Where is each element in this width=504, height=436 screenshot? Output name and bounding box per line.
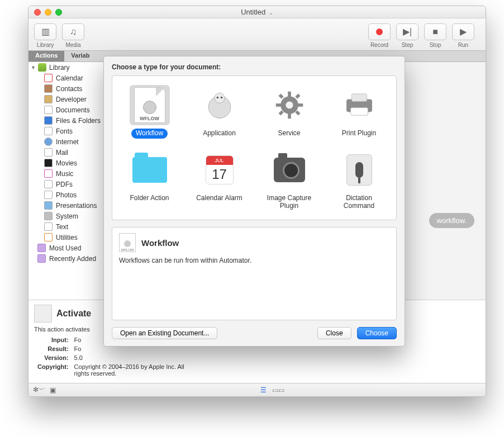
- fonts-icon: [44, 127, 53, 135]
- sidebar-icon: ▥: [41, 26, 50, 37]
- smartfolder-icon: [37, 254, 46, 263]
- sidebar-item-label: Text: [56, 223, 68, 231]
- workflow-mini-icon: WFLOW: [119, 233, 136, 252]
- movies-icon: [44, 159, 53, 167]
- run-icon: ▶: [460, 26, 467, 37]
- sidebar-item-label: Music: [56, 170, 73, 178]
- svg-point-1: [215, 93, 225, 103]
- gear-menu-icon[interactable]: ✻﹀: [33, 385, 45, 395]
- svg-rect-8: [297, 103, 302, 107]
- camera-icon: [274, 158, 305, 182]
- tab-actions[interactable]: Actions: [28, 51, 64, 61]
- tab-variables[interactable]: Variab: [64, 51, 96, 61]
- type-calendar-alarm[interactable]: JUL 17 Calendar Alarm: [184, 145, 254, 218]
- new-document-sheet: Choose a type for your document: WFLOW W…: [103, 56, 405, 347]
- record-icon: [376, 29, 383, 35]
- svg-rect-10: [295, 110, 300, 115]
- type-application[interactable]: Application: [184, 80, 254, 145]
- sidebar-item-label: Mail: [56, 149, 68, 157]
- sidebar-item-label: PDFs: [56, 181, 73, 188]
- stop-button[interactable]: ■ Stop: [424, 23, 446, 48]
- close-button[interactable]: Close: [317, 327, 351, 339]
- type-print-plugin[interactable]: Print Plugin: [324, 80, 394, 145]
- log-view-list-icon[interactable]: ☰: [259, 386, 269, 394]
- type-label: Dictation Command: [326, 193, 392, 211]
- text-icon: [44, 222, 53, 231]
- sidebar-item-label: Developer: [56, 96, 87, 103]
- svg-rect-5: [288, 92, 291, 97]
- type-image-capture-plugin[interactable]: Image Capture Plugin: [254, 145, 324, 218]
- printer-icon: [343, 93, 375, 117]
- disclosure-triangle-icon[interactable]: ▼: [31, 65, 36, 70]
- choose-button[interactable]: Choose: [357, 327, 397, 339]
- files-icon: [44, 116, 53, 125]
- document-type-grid: WFLOW Workflow Application: [112, 75, 397, 220]
- window-title-text: Untitled: [241, 8, 265, 16]
- type-label: Calendar Alarm: [192, 193, 247, 203]
- sidebar-item-label: Utilities: [56, 234, 78, 241]
- type-label: Service: [273, 129, 305, 139]
- photos-icon: [44, 191, 53, 199]
- open-existing-button[interactable]: Open an Existing Document...: [112, 327, 217, 339]
- type-folder-action[interactable]: Folder Action: [115, 145, 184, 218]
- selected-type-description: Workflows can be run from within Automat…: [119, 257, 389, 264]
- window-title[interactable]: Untitled ⌄: [28, 8, 486, 16]
- sidebar-item-label: Movies: [56, 159, 77, 167]
- type-label: Print Plugin: [337, 129, 381, 139]
- sidebar-item-label: Calendar: [56, 74, 83, 82]
- utilities-icon: [44, 233, 53, 241]
- folder-icon: [132, 157, 167, 183]
- type-description-box: WFLOW Workflow Workflows can be run from…: [112, 227, 397, 320]
- svg-rect-6: [288, 113, 291, 119]
- step-icon: ▶|: [403, 26, 412, 37]
- titlebar: Untitled ⌄: [28, 6, 486, 18]
- type-label: Workflow: [131, 129, 168, 139]
- application-icon: [205, 90, 235, 120]
- sidebar-item-label: Fonts: [56, 127, 73, 135]
- music-icon: [44, 169, 53, 178]
- type-service[interactable]: Service: [254, 80, 324, 145]
- presentations-icon: [44, 201, 53, 210]
- documents-icon: [44, 106, 53, 114]
- sidebar-item-label: Documents: [56, 106, 90, 114]
- svg-rect-9: [278, 94, 283, 99]
- library-toggle-button[interactable]: ▥ Library: [34, 23, 56, 48]
- run-button[interactable]: ▶ Run: [452, 23, 474, 48]
- developer-icon: [44, 95, 53, 103]
- type-dictation-command[interactable]: Dictation Command: [324, 145, 394, 218]
- title-chevron-down-icon: ⌄: [269, 10, 273, 16]
- library-icon: [38, 63, 46, 72]
- workflow-hint-pill: workflow.: [429, 213, 474, 228]
- svg-rect-7: [275, 103, 280, 107]
- toolbar: ▥ Library ♫ Media Record ▶| Step ■ Stop …: [28, 18, 486, 51]
- pdfs-icon: [44, 180, 53, 188]
- record-button[interactable]: Record: [368, 23, 391, 48]
- system-icon: [44, 212, 53, 220]
- type-label: Folder Action: [125, 193, 173, 203]
- type-workflow[interactable]: WFLOW Workflow: [115, 80, 184, 145]
- contacts-icon: [44, 84, 53, 93]
- sidebar-item-label: System: [56, 212, 78, 220]
- svg-point-13: [286, 101, 293, 108]
- sidebar-item-label: Files & Folders: [56, 117, 101, 125]
- media-button[interactable]: ♫ Media: [62, 23, 84, 48]
- sheet-prompt: Choose a type for your document:: [112, 63, 397, 71]
- microphone-icon: [346, 154, 372, 186]
- sidebar-item-label: Presentations: [56, 202, 97, 210]
- step-button[interactable]: ▶| Step: [396, 23, 419, 48]
- gear-icon: [274, 89, 305, 121]
- internet-icon: [44, 138, 53, 146]
- collapse-icon[interactable]: ▣: [50, 386, 56, 394]
- status-bar: ✻﹀ ▣ ☰ ▭▭: [28, 383, 486, 396]
- svg-point-2: [216, 97, 218, 99]
- sidebar-item-label: Photos: [56, 191, 77, 199]
- media-icon: ♫: [70, 27, 77, 37]
- svg-point-3: [220, 97, 222, 99]
- calendar-icon: JUL 17: [206, 155, 234, 184]
- svg-rect-11: [295, 94, 300, 99]
- svg-rect-15: [351, 94, 367, 101]
- sidebar-item-label: Internet: [56, 138, 79, 146]
- log-view-compact-icon[interactable]: ▭▭: [273, 386, 283, 394]
- action-title: Activate: [56, 309, 91, 319]
- svg-rect-12: [278, 110, 283, 115]
